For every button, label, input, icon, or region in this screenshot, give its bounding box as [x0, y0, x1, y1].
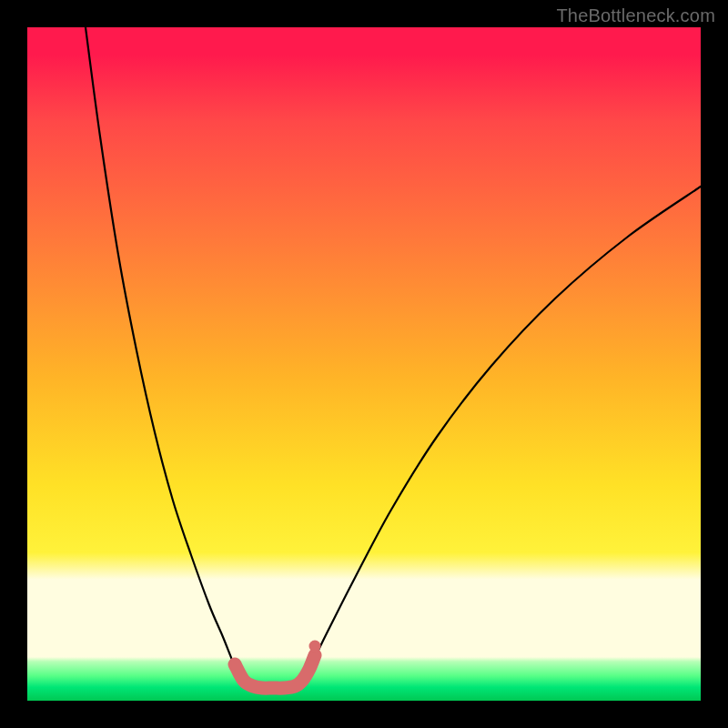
curve-left-branch: [86, 27, 244, 681]
outer-frame: TheBottleneck.com: [0, 0, 728, 728]
curve-svg: [27, 27, 701, 701]
trough-outlier-dot: [309, 641, 321, 652]
curve-right-branch: [300, 187, 701, 681]
watermark-text: TheBottleneck.com: [556, 5, 715, 26]
plot-area: [27, 27, 701, 701]
curve-trough: [235, 655, 315, 688]
